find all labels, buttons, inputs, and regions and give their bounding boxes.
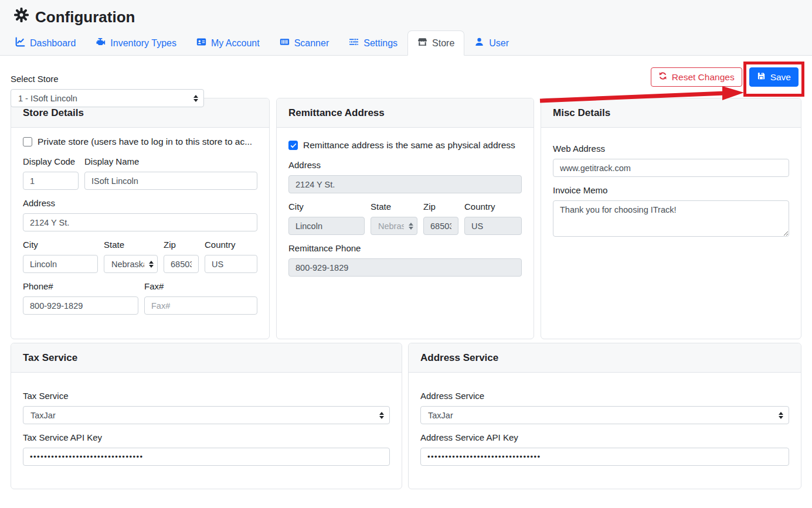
fax-field[interactable] <box>144 296 257 315</box>
tab-dashboard[interactable]: Dashboard <box>5 30 86 56</box>
tab-scanner[interactable]: Scanner <box>270 30 339 56</box>
display-code-field[interactable] <box>23 172 79 190</box>
remit-country-field <box>464 217 522 235</box>
remit-zip-field <box>423 217 458 235</box>
tax-api-key-field[interactable] <box>23 448 390 466</box>
chevron-updown-icon <box>779 412 783 419</box>
address-service-group: Address Service TaxJar <box>420 391 789 424</box>
remit-address-label: Address <box>288 160 522 170</box>
phone-group: Phone# <box>23 281 138 315</box>
chevron-updown-icon <box>379 412 384 419</box>
address-service-select-value: TaxJar <box>428 411 453 420</box>
display-name-group: Display Name <box>84 156 257 190</box>
web-address-field[interactable] <box>553 159 789 177</box>
tab-store[interactable]: Store <box>407 30 464 56</box>
remit-city-label: City <box>288 202 365 212</box>
state-group: State Nebraska <box>104 240 158 273</box>
address-api-key-group: Address Service API Key <box>420 432 789 466</box>
country-field[interactable] <box>205 255 257 273</box>
reset-changes-button[interactable]: Reset Changes <box>651 67 742 87</box>
chart-line-icon <box>15 37 25 49</box>
store-select-group: Select Store 1 - ISoft Lincoln <box>11 67 204 107</box>
display-name-field[interactable] <box>84 172 257 190</box>
save-button-wrap: Save <box>749 67 799 87</box>
remit-country-label: Country <box>464 202 522 212</box>
chevron-updown-icon <box>409 223 413 230</box>
invoice-memo-field[interactable]: Thank you for choosing ITrack! <box>553 200 789 237</box>
invoice-memo-group: Invoice Memo Thank you for choosing ITra… <box>553 185 789 239</box>
display-code-label: Display Code <box>23 156 79 166</box>
remit-country-group: Country <box>464 202 522 235</box>
sliders-icon <box>349 37 359 49</box>
tab-label: Scanner <box>294 38 329 49</box>
remittance-address-body: Remittance address is the same as physic… <box>277 128 534 288</box>
fax-group: Fax# <box>144 281 257 315</box>
top-card-row: Store Details Private store (users have … <box>11 98 801 339</box>
save-button[interactable]: Save <box>749 67 799 87</box>
address-field[interactable] <box>23 213 257 231</box>
select-store-label: Select Store <box>11 74 204 84</box>
zip-group: Zip <box>164 240 199 273</box>
tax-service-label: Tax Service <box>23 391 390 401</box>
tab-bar: Dashboard Inventory Types <box>0 28 812 56</box>
zip-field[interactable] <box>164 255 199 273</box>
same-address-checkbox-row: Remittance address is the same as physic… <box>288 140 522 151</box>
page-title: Configuration <box>0 0 812 28</box>
address-service-label: Address Service <box>420 391 789 401</box>
tab-my-account[interactable]: My Account <box>186 30 270 56</box>
same-address-checkbox[interactable] <box>288 141 298 150</box>
tab-label: Settings <box>363 38 397 49</box>
tab-label: Dashboard <box>30 38 76 49</box>
remit-zip-group: Zip <box>423 202 458 235</box>
phone-label: Phone# <box>23 281 138 291</box>
store-details-body: Private store (users have to log in to t… <box>11 128 269 335</box>
remit-phone-label: Remittance Phone <box>288 243 522 253</box>
tax-api-key-group: Tax Service API Key <box>23 432 390 466</box>
tab-settings[interactable]: Settings <box>339 30 407 56</box>
web-address-label: Web Address <box>553 144 789 154</box>
city-label: City <box>23 240 98 250</box>
private-store-checkbox[interactable] <box>23 137 32 146</box>
address-service-title: Address Service <box>409 343 801 373</box>
address-service-select[interactable]: TaxJar <box>420 406 789 424</box>
misc-details-body: Web Address Invoice Memo Thank you for c… <box>541 128 801 251</box>
remittance-address-title: Remittance Address <box>277 98 534 128</box>
gear-icon <box>14 8 29 26</box>
address-api-key-label: Address Service API Key <box>420 432 789 442</box>
tab-user[interactable]: User <box>464 30 519 56</box>
tab-label: Store <box>432 38 454 49</box>
remittance-address-card: Remittance Address Remittance address is… <box>276 98 534 339</box>
remit-phone-group: Remittance Phone <box>288 243 522 277</box>
address-card-icon <box>196 37 206 49</box>
state-select[interactable]: Nebraska <box>104 255 158 273</box>
chevron-updown-icon <box>193 95 198 102</box>
store-details-card: Store Details Private store (users have … <box>11 98 270 339</box>
store-select[interactable]: 1 - ISoft Lincoln <box>11 89 204 107</box>
display-name-label: Display Name <box>84 156 257 166</box>
tax-service-select[interactable]: TaxJar <box>23 406 390 424</box>
phone-field[interactable] <box>23 296 138 315</box>
state-select-value: Nebraska <box>111 260 144 269</box>
city-field[interactable] <box>23 255 98 273</box>
user-icon <box>474 37 484 49</box>
main-content: Select Store 1 - ISoft Lincoln Reset Cha… <box>0 56 812 489</box>
remit-state-select: Nebraska <box>371 217 417 235</box>
tax-service-select-value: TaxJar <box>30 411 56 420</box>
address-api-key-field[interactable] <box>420 448 789 466</box>
tax-service-card: Tax Service Tax Service TaxJar Tax Servi… <box>11 343 402 489</box>
remit-address-field <box>288 175 522 193</box>
display-code-group: Display Code <box>23 156 79 190</box>
state-label: State <box>104 240 158 250</box>
tab-label: User <box>489 38 509 49</box>
web-address-group: Web Address <box>553 144 789 177</box>
reset-changes-label: Reset Changes <box>672 72 735 83</box>
remit-state-group: State Nebraska <box>371 202 417 235</box>
store-icon <box>417 37 427 49</box>
address-service-body: Address Service TaxJar Address Service A… <box>409 373 801 478</box>
tab-inventory-types[interactable]: Inventory Types <box>86 30 186 56</box>
save-icon <box>757 71 766 83</box>
invoice-memo-label: Invoice Memo <box>553 185 789 195</box>
chevron-updown-icon <box>149 261 154 268</box>
private-store-checkbox-row: Private store (users have to log in to t… <box>23 137 257 147</box>
page-header: Configuration Dashboard Inventory Types <box>0 0 812 56</box>
